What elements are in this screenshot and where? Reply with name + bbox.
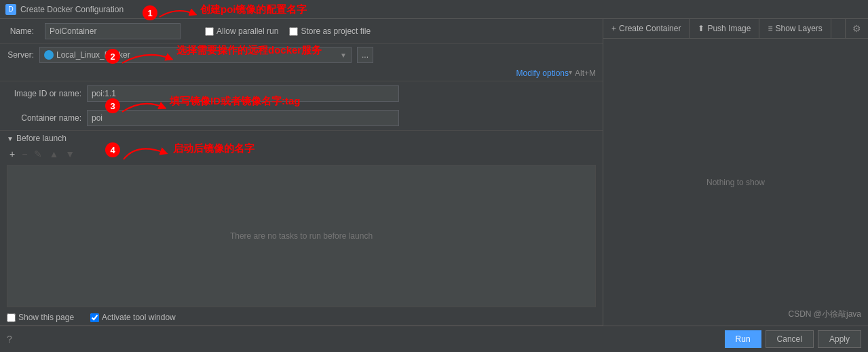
allow-parallel-checkbox[interactable]: [205, 27, 214, 36]
activate-tool-window-label[interactable]: Activate tool window: [90, 313, 176, 322]
main-container: Name: Allow parallel run Store as projec…: [0, 19, 868, 326]
store-as-project-checkbox[interactable]: [289, 27, 298, 36]
modify-options-row: Modify options ▾ Alt+M: [0, 66, 603, 81]
settings-button[interactable]: ⚙: [845, 19, 868, 38]
server-select-inner: Local_Linux_Docker: [44, 50, 130, 60]
dropdown-arrow-icon: ▼: [340, 52, 347, 59]
dialog-title: Create Docker Configuration: [20, 5, 124, 14]
launch-toolbar: + − ✎ ▲ ▼: [0, 146, 603, 162]
right-toolbar: + Create Container ⬆ Push Image ≡ Show L…: [603, 19, 868, 39]
before-launch-section: ▼ Before launch: [0, 130, 603, 146]
server-icon: [44, 50, 54, 60]
modify-options-shortcut: Alt+M: [575, 69, 596, 78]
server-dropdown[interactable]: Local_Linux_Docker ▼: [39, 47, 352, 63]
before-launch-arrow-icon: ▼: [7, 135, 14, 142]
layers-icon: ≡: [768, 24, 772, 33]
name-input[interactable]: [45, 23, 181, 39]
name-label: Name:: [7, 26, 34, 36]
apply-button[interactable]: Apply: [818, 330, 861, 348]
push-image-button[interactable]: ⬆ Push Image: [690, 19, 759, 38]
container-name-input[interactable]: [87, 110, 399, 126]
add-task-button[interactable]: +: [7, 147, 18, 161]
action-buttons: Run Cancel Apply: [725, 330, 861, 348]
allow-parallel-label[interactable]: Allow parallel run: [205, 26, 278, 36]
right-content: Nothing to show: [603, 39, 868, 326]
cancel-button[interactable]: Cancel: [766, 330, 814, 348]
image-id-input[interactable]: [87, 85, 399, 102]
move-down-button[interactable]: ▼: [62, 147, 77, 161]
show-layers-button[interactable]: ≡ Show Layers: [759, 19, 831, 38]
store-as-project-label[interactable]: Store as project file: [289, 26, 371, 36]
image-id-row: Image ID or name:: [0, 81, 603, 106]
plus-icon: +: [611, 24, 616, 33]
before-launch-label: Before launch: [16, 134, 67, 143]
container-name-label: Container name:: [7, 113, 81, 123]
action-bar: ? Run Cancel Apply: [0, 326, 868, 352]
launch-empty-panel: There are no tasks to run before launch: [7, 165, 596, 307]
push-icon: ⬆: [698, 24, 704, 33]
show-this-page-checkbox[interactable]: [7, 313, 16, 322]
activate-tool-window-checkbox[interactable]: [90, 313, 99, 322]
create-container-button[interactable]: + Create Container: [603, 19, 690, 38]
no-tasks-message: There are no tasks to run before launch: [230, 231, 373, 241]
modify-options-arrow: ▾: [569, 69, 572, 78]
server-row: Server: Local_Linux_Docker ▼ ...: [0, 44, 603, 66]
run-button[interactable]: Run: [725, 330, 761, 348]
edit-task-button[interactable]: ✎: [31, 147, 45, 161]
docker-icon: D: [5, 4, 16, 15]
title-bar: D Create Docker Configuration: [0, 0, 868, 19]
right-panel: + Create Container ⬆ Push Image ≡ Show L…: [603, 19, 868, 326]
server-more-button[interactable]: ...: [357, 47, 373, 63]
show-this-page-label[interactable]: Show this page: [7, 313, 74, 322]
remove-task-button[interactable]: −: [19, 147, 30, 161]
image-id-label: Image ID or name:: [7, 89, 81, 98]
container-name-row: Container name:: [0, 106, 603, 130]
page-options-bar: Show this page Activate tool window: [0, 310, 603, 326]
left-panel: Name: Allow parallel run Store as projec…: [0, 19, 603, 326]
server-label: Server:: [7, 50, 34, 60]
help-button[interactable]: ?: [7, 334, 12, 345]
modify-options-link[interactable]: Modify options: [516, 69, 569, 78]
name-row: Name: Allow parallel run Store as projec…: [0, 19, 603, 44]
server-value: Local_Linux_Docker: [56, 50, 130, 60]
branding: CSDN @小徐敲java: [788, 309, 861, 320]
move-up-button[interactable]: ▲: [46, 147, 61, 161]
nothing-to-show: Nothing to show: [706, 178, 765, 187]
